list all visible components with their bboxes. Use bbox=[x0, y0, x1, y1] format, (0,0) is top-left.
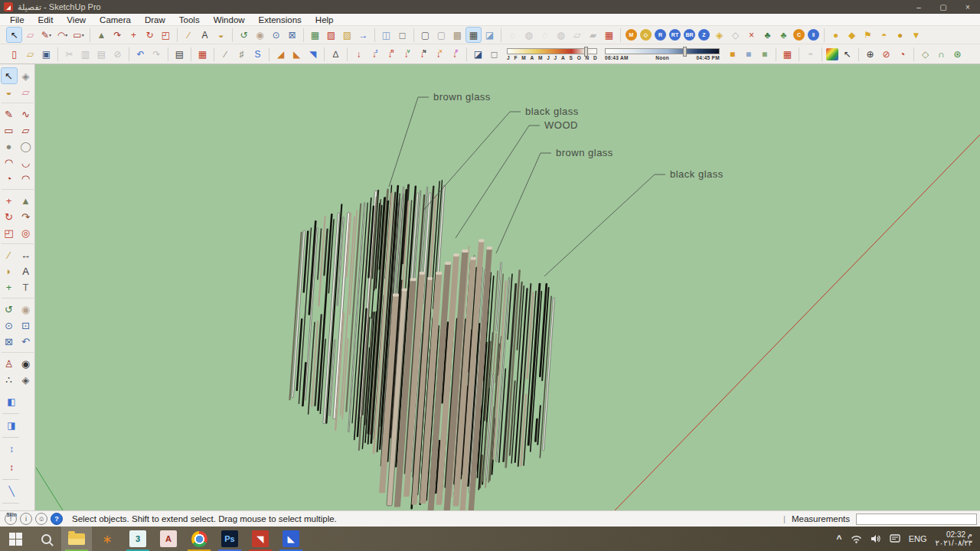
line-tool[interactable]: ✎ bbox=[2, 106, 17, 122]
line-link-tool[interactable]: ╲ bbox=[3, 484, 20, 499]
shadow-month-slider[interactable]: JFMAMJJASOND bbox=[507, 48, 597, 60]
select-tool[interactable]: ↖ bbox=[2, 68, 17, 83]
make-component-tool[interactable]: ◈ bbox=[18, 68, 34, 83]
minimize-button[interactable]: – bbox=[906, 0, 931, 14]
monochrome-style-button[interactable]: ◪ bbox=[482, 28, 497, 42]
eraser-tool[interactable]: ▱ bbox=[18, 84, 34, 99]
plugin-m-button[interactable]: M bbox=[626, 29, 637, 41]
export-tool[interactable]: → bbox=[356, 28, 371, 42]
shadow-time-slider[interactable]: 06:43 AM Noon 04:45 PM bbox=[605, 48, 720, 60]
pie-tool[interactable]: ◔ bbox=[2, 171, 17, 186]
scale-tool[interactable]: ◰ bbox=[158, 28, 173, 42]
push-pull-tool[interactable]: ▲ bbox=[94, 28, 109, 42]
menu-edit[interactable]: Edit bbox=[31, 14, 60, 26]
dome-button[interactable]: ◓ bbox=[803, 47, 818, 61]
shadow-dialog-button[interactable]: ◪ bbox=[471, 47, 485, 61]
menu-file[interactable]: File bbox=[3, 14, 31, 26]
cut-button[interactable]: ✂ bbox=[62, 47, 77, 61]
solid-subtract-tool[interactable]: ◍ bbox=[554, 28, 568, 42]
look-around-tool[interactable]: ◉ bbox=[18, 356, 34, 371]
balance-tool[interactable]: ∆ bbox=[328, 47, 343, 61]
menu-tools[interactable]: Tools bbox=[172, 14, 207, 26]
time-gradient-bar[interactable] bbox=[605, 48, 720, 54]
hidden-line-style-button[interactable]: ▢ bbox=[434, 28, 449, 42]
pan-tool[interactable]: ◉ bbox=[18, 302, 34, 317]
taskbar-3dsmax[interactable]: 3 bbox=[122, 527, 153, 551]
tray-chevron-icon[interactable]: ^ bbox=[837, 533, 842, 544]
zoom-tool[interactable]: ⊙ bbox=[2, 318, 17, 333]
import-r-tool[interactable]: ↓R bbox=[384, 47, 398, 61]
redo-button[interactable]: ↷ bbox=[149, 47, 164, 61]
flip-left-tool[interactable]: ◧ bbox=[3, 394, 20, 409]
geo-location-tool[interactable]: ▦ bbox=[308, 28, 322, 42]
wireframe-style-button[interactable]: ▢ bbox=[418, 28, 433, 42]
dimension-tool[interactable]: ↔ bbox=[18, 247, 34, 262]
protractor-2-button[interactable]: ⊘ bbox=[879, 47, 893, 61]
month-slider-handle[interactable] bbox=[584, 47, 588, 57]
menu-camera[interactable]: Camera bbox=[93, 14, 138, 26]
move-tool[interactable]: + bbox=[126, 28, 141, 42]
solid-trim-tool[interactable]: ▱ bbox=[570, 28, 584, 42]
section-plane-tool[interactable]: ◈ bbox=[18, 372, 34, 387]
import-layer-tool[interactable]: ↓ bbox=[351, 47, 366, 61]
plugin-z-button[interactable]: Z bbox=[698, 29, 710, 41]
model-info-button[interactable]: ▦ bbox=[195, 47, 210, 61]
orbit-tool[interactable]: ↺ bbox=[2, 302, 17, 317]
time-slider-handle[interactable] bbox=[683, 47, 687, 57]
zoom-extents-tool[interactable]: ⊠ bbox=[285, 28, 299, 42]
plugin-br-button[interactable]: BR bbox=[684, 29, 695, 41]
position-camera-tool[interactable]: ♙ bbox=[2, 356, 17, 371]
protractor-tool[interactable]: ◗ bbox=[2, 263, 17, 279]
circle-tool[interactable]: ● bbox=[2, 139, 17, 154]
move-up-down-tool[interactable]: ↕ bbox=[3, 442, 20, 457]
scale-tool[interactable]: ◰ bbox=[2, 225, 17, 240]
eraser-tool[interactable]: ▱ bbox=[23, 28, 38, 42]
shaded-style-button[interactable]: ▩ bbox=[450, 28, 465, 42]
rotate-tool[interactable]: ↻ bbox=[142, 28, 157, 42]
iso-box-blue-button[interactable]: ■ bbox=[741, 47, 756, 61]
menu-extensions[interactable]: Extensions bbox=[252, 14, 309, 26]
three-d-text-tool[interactable]: T bbox=[18, 279, 34, 295]
taskbar-sketchup[interactable]: ◥ bbox=[245, 527, 276, 551]
taskbar-app-blue[interactable]: ◣ bbox=[276, 527, 306, 551]
taskbar-autocad[interactable]: A bbox=[153, 527, 184, 551]
taskbar-chrome[interactable] bbox=[184, 527, 214, 551]
sandbox-curve-tool[interactable]: S bbox=[250, 47, 265, 61]
stamp-tool[interactable]: ♯ bbox=[234, 47, 249, 61]
plugin-rt-button[interactable]: RT bbox=[669, 29, 681, 41]
import-x-tool[interactable]: ↓X bbox=[432, 47, 446, 61]
save-button[interactable]: ▣ bbox=[39, 47, 54, 61]
tape-measure-tool[interactable]: ∕ bbox=[181, 28, 196, 42]
shaded-textures-style-button[interactable]: ▦ bbox=[466, 28, 481, 42]
follow-me-tool[interactable]: ↷ bbox=[110, 28, 125, 42]
pan-tool[interactable]: ◉ bbox=[253, 28, 267, 42]
bricks-button[interactable]: ▦ bbox=[780, 47, 795, 61]
menu-help[interactable]: Help bbox=[309, 14, 341, 26]
sun-elevation-tool[interactable]: ◆ bbox=[844, 28, 859, 42]
taskbar-photoshop[interactable]: Ps bbox=[214, 527, 245, 551]
protractor-3-button[interactable]: ◔ bbox=[895, 47, 910, 61]
add-detail-tool[interactable]: ◣ bbox=[289, 47, 304, 61]
shield-button[interactable]: ◇ bbox=[918, 47, 933, 61]
speaker-icon[interactable] bbox=[871, 534, 881, 543]
paste-button[interactable]: ▤ bbox=[94, 47, 109, 61]
plugin-r-button[interactable]: R bbox=[655, 29, 666, 41]
plugin-pause-button[interactable]: ‖ bbox=[808, 29, 819, 41]
photo-textures-tool[interactable]: ▨ bbox=[324, 28, 338, 42]
language-indicator[interactable]: ENG bbox=[909, 534, 927, 543]
signin-icon[interactable]: ☺ bbox=[35, 513, 47, 525]
plugin-tree-1-button[interactable]: ♣ bbox=[760, 28, 775, 42]
sun-tool[interactable]: ● bbox=[828, 28, 843, 42]
zoom-tool[interactable]: ⊙ bbox=[269, 28, 283, 42]
rectangle-tool[interactable]: ▭ bbox=[2, 122, 17, 138]
import-n-tool[interactable]: ↓N bbox=[416, 47, 430, 61]
taskbar-app-orange[interactable]: ∗ bbox=[92, 527, 122, 551]
outer-shell-tool[interactable]: ◌ bbox=[505, 28, 520, 42]
taskbar-file-explorer[interactable] bbox=[61, 527, 92, 551]
two-point-arc-tool[interactable]: ◠ bbox=[2, 155, 17, 170]
smoove-tool[interactable]: ∕ bbox=[218, 47, 233, 61]
taskbar-clock[interactable]: 02:32 م ٢٠٢١/٠٨/٢٣ bbox=[935, 530, 972, 547]
protractor-1-button[interactable]: ⊕ bbox=[863, 47, 877, 61]
credit-icon[interactable]: i bbox=[20, 513, 32, 525]
rectangle-tool[interactable]: ▭▾ bbox=[71, 28, 86, 42]
